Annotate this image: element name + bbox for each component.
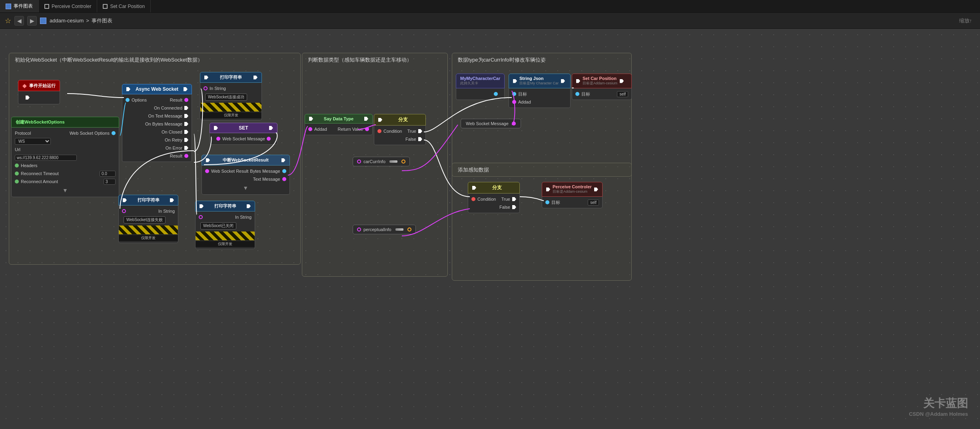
node-branch1[interactable]: 分支 Condition True False xyxy=(374,114,426,145)
result-label: Result xyxy=(170,98,182,102)
fail-value: WebSocket连接失败 xyxy=(124,216,166,223)
node-branch2[interactable]: 分支 Condition True False xyxy=(468,182,520,213)
expand-arrow2[interactable]: ▼ xyxy=(243,185,248,191)
url-value-row[interactable] xyxy=(12,154,119,162)
exec-out xyxy=(269,126,273,130)
self-label: self xyxy=(617,91,628,97)
event-start-label: 事件开始运行 xyxy=(29,83,56,89)
ws-value-row[interactable]: WS WSS xyxy=(12,137,119,146)
on-retry-pin xyxy=(184,138,188,142)
set-car-pos-sublabel: 目标是Addam-cesium xyxy=(583,81,617,86)
perceive-controller-icon xyxy=(44,4,49,9)
reconnect-timeout-input[interactable] xyxy=(100,171,116,177)
result2-label: Result xyxy=(170,154,182,158)
false-pin xyxy=(418,137,422,141)
dev-striped xyxy=(200,103,261,112)
headers-row: Headers xyxy=(12,162,119,170)
return-value-pin xyxy=(365,127,369,131)
node-web-socket-message[interactable]: Web Socket Message xyxy=(461,119,521,128)
node-print-string-fail[interactable]: 打印字符串 In String WebSocket连接失败 仅限开发 xyxy=(118,195,178,243)
event-start-exec-row xyxy=(22,94,56,102)
on-closed-row: On Closed xyxy=(122,128,192,136)
node-set[interactable]: SET Web Socket Message xyxy=(210,123,277,145)
web-socket-options-pin xyxy=(112,131,116,135)
car-curr-info-label: carCurrInfo xyxy=(363,159,385,164)
return-value-label: Return Value xyxy=(338,127,363,132)
target-row: 目标 self xyxy=(572,90,631,98)
result-out-pin xyxy=(184,98,188,102)
in-string-value-row: WebSocket连接失败 xyxy=(119,215,178,225)
node-perceive-controler[interactable]: Perceive Controler 目标是Addam-cesium 目标 se… xyxy=(542,182,603,208)
watermark-line1: 关卡蓝图 xyxy=(909,396,968,411)
node-my-character-car[interactable]: MyMyCharacterCar 此持久关卡 xyxy=(456,74,505,100)
pin-right xyxy=(401,160,405,164)
exec-out xyxy=(247,204,251,208)
reconnect-timeout-label: Reconnect Timeout xyxy=(21,171,59,176)
target-row: 目标 self xyxy=(542,198,602,206)
ws-select[interactable]: WS WSS xyxy=(15,138,51,145)
target-label: 目标 xyxy=(581,91,590,97)
on-retry-row: On Retry xyxy=(122,136,192,144)
section-label-1: 初始化WebSocket（中断WebSocketResult的输出就是接收到的W… xyxy=(15,56,203,64)
node-string-json[interactable]: String Json 目标是My Character Car 目标 Addad xyxy=(509,74,571,108)
in-string-label: In String xyxy=(210,86,226,91)
on-bytes-message-pin xyxy=(184,122,188,126)
on-error-label: On Error xyxy=(166,146,182,150)
node-set-car-position[interactable]: Set Car Position 目标是Addam-cesium 目标 self xyxy=(572,74,632,100)
node-create-websocket-options[interactable]: 创建WebSocketOptions Protocol Web Socket O… xyxy=(11,117,119,197)
node-print-string-connected[interactable]: 打印字符串 In String WebSocket连接成功 仅限开发 xyxy=(200,72,262,120)
exec-out xyxy=(594,188,598,192)
result2-row: Result xyxy=(122,152,192,160)
on-text-message-row: On Text Message xyxy=(122,112,192,120)
on-retry-label: On Retry xyxy=(165,138,182,142)
web-socket-result-label: Web Socket Result xyxy=(211,169,248,174)
pin xyxy=(199,215,203,219)
true-pin xyxy=(512,197,516,201)
node-say-data-type[interactable]: Say Data Type Addad Return Value xyxy=(305,114,373,135)
node-car-curr-info[interactable]: carCurrInfo xyxy=(353,157,410,166)
forward-button[interactable]: ▶ xyxy=(27,16,37,26)
wsm-pin xyxy=(512,122,516,126)
perceptual-info-label: perceptualInfo xyxy=(363,227,391,232)
node-event-start[interactable]: ◆ 事件开始运行 xyxy=(18,80,60,104)
node-print-string-closed[interactable]: 打印字符串 In String WebSocet已关闭 仅限开发 xyxy=(195,201,255,249)
tab-perceive-controller-label: Perceive Controler xyxy=(52,4,91,9)
section-label-4: 添加感知数据 xyxy=(458,166,489,174)
node-interrupt-websocket[interactable]: 中断WebSocketResult Web Socket Result Byte… xyxy=(202,155,290,195)
tab-perceive-controller[interactable]: Perceive Controler xyxy=(39,0,97,12)
url-row: Url xyxy=(12,146,119,154)
set-car-pos-label: Set Car Position xyxy=(583,76,617,81)
event-icon: ◆ xyxy=(22,82,27,89)
addad-row: Addad xyxy=(509,98,570,106)
node-perceptual-info[interactable]: perceptualInfo xyxy=(353,225,416,234)
expand-arrow[interactable]: ▼ xyxy=(62,187,68,194)
set-car-position-icon xyxy=(103,4,108,9)
connector-line xyxy=(389,160,397,163)
reconnect-amount-pin xyxy=(15,180,19,184)
self-label2: self xyxy=(588,200,599,206)
headers-pin xyxy=(15,164,19,168)
false-row: False xyxy=(468,203,519,211)
node-async-websocket[interactable]: Async Web Socket Options Result On Conne… xyxy=(122,84,192,162)
star-icon[interactable]: ☆ xyxy=(5,16,11,25)
addad-pin xyxy=(512,100,516,104)
target-pin xyxy=(575,92,579,96)
breadcrumb-page: 事件图表 xyxy=(92,17,112,24)
bytes-msg-pin xyxy=(282,169,286,173)
tab-set-car-position[interactable]: Set Car Position xyxy=(97,0,151,12)
exec-out-pin xyxy=(26,96,30,100)
out-pin xyxy=(494,92,498,96)
condition-label: Condition xyxy=(477,197,496,202)
exec-out xyxy=(170,198,174,202)
in-string-row: In String xyxy=(200,84,261,92)
options-row: Options Result xyxy=(122,96,192,104)
websocket-msg-in-pin xyxy=(216,137,220,141)
options-label: Options xyxy=(132,98,147,102)
condition-row: Condition True xyxy=(374,127,425,135)
in-string-value: WebSocket连接成功 xyxy=(205,94,247,101)
tab-event-graph[interactable]: 事件图表 xyxy=(0,0,39,12)
url-input[interactable] xyxy=(15,155,77,161)
reconnect-amount-input[interactable] xyxy=(104,179,116,185)
reconnect-amount-label: Reconnect Amount xyxy=(21,179,58,184)
back-button[interactable]: ◀ xyxy=(14,16,24,26)
